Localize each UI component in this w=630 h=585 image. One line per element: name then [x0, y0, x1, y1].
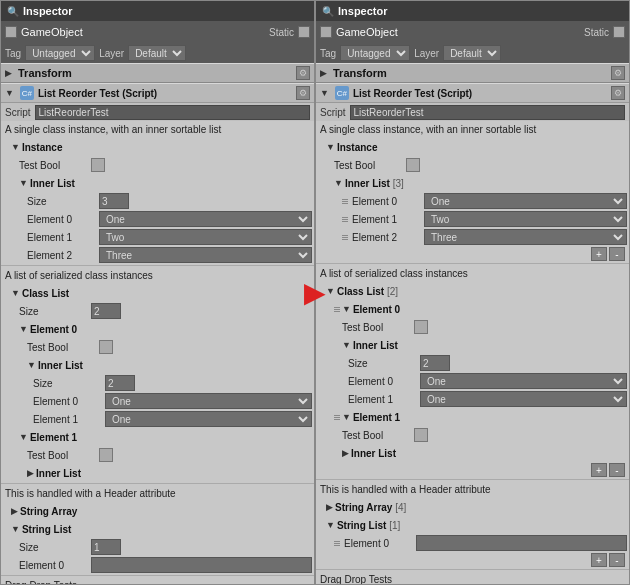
right-tag-label: Tag: [320, 48, 336, 59]
right-layer-dropdown[interactable]: Default: [443, 45, 501, 61]
right-script-row: Script ListReorderTest: [316, 103, 629, 121]
left-class0-innerlist-foldout[interactable]: ▼ Inner List: [25, 356, 314, 374]
left-class0-testbool-label: Test Bool: [27, 342, 97, 353]
left-layer-dropdown[interactable]: Default: [128, 45, 186, 61]
left-stringlist-foldout[interactable]: ▼ String List: [9, 520, 314, 538]
right-transform-header: ▶ Transform ⚙: [316, 63, 629, 83]
right-classelement1-foldout[interactable]: ▼ Element 1: [332, 408, 629, 426]
left-component-gear[interactable]: ⚙: [296, 86, 310, 100]
right-go-name: GameObject: [336, 26, 580, 38]
right-classlist-info: A list of serialized class instances: [316, 265, 629, 282]
left-tag-dropdown[interactable]: Untagged: [25, 45, 95, 61]
left-classlist-size-row: Size: [17, 302, 314, 320]
left-class0-inner-e0-input[interactable]: One: [105, 393, 312, 409]
left-inner-elem1-input[interactable]: Two: [99, 229, 312, 245]
right-class0-inner-e1-input[interactable]: One: [420, 391, 627, 407]
right-component-gear[interactable]: ⚙: [611, 86, 625, 100]
left-static-checkbox[interactable]: [298, 26, 310, 38]
right-stringarray-foldout[interactable]: ▶ String Array [4]: [324, 498, 629, 516]
left-component-arrow[interactable]: ▼: [5, 88, 14, 98]
left-inner-elem0-input[interactable]: One: [99, 211, 312, 227]
right-class0-innerlist-label: Inner List: [353, 340, 398, 351]
right-inner-elem1-row: Element 1 Two: [340, 210, 629, 228]
right-transform-arrow[interactable]: ▶: [320, 68, 327, 78]
right-class0-innersize-row: Size: [316, 354, 629, 372]
right-innerlist-remove-btn[interactable]: -: [609, 247, 625, 261]
right-inner-elem0-input[interactable]: One: [424, 193, 627, 209]
right-classlist-add-btn[interactable]: +: [591, 463, 607, 477]
right-class1-innerlist-foldout[interactable]: ▶ Inner List: [340, 444, 629, 462]
right-classelement0-foldout[interactable]: ▼ Element 0: [332, 300, 629, 318]
right-inner-elem2-label: Element 2: [352, 232, 422, 243]
right-stringlist-label: String List [1]: [337, 520, 400, 531]
right-go-checkbox[interactable]: [320, 26, 332, 38]
right-class1-testbool-cb[interactable]: [414, 428, 428, 442]
right-class0-inner-e1-label: Element 1: [348, 394, 418, 405]
inspector-icon: 🔍: [7, 6, 19, 17]
right-class0-innerlist-foldout[interactable]: ▼ Inner List: [340, 336, 629, 354]
left-innerlist-label: Inner List: [30, 178, 75, 189]
left-class1-innerlist-foldout[interactable]: ▶ Inner List: [25, 464, 314, 482]
left-classelement0-foldout[interactable]: ▼ Element 0: [17, 320, 314, 338]
right-class0-innersize-label: Size: [348, 358, 418, 369]
right-inner-e2-handle[interactable]: [342, 235, 348, 240]
right-inner-e0-handle[interactable]: [342, 199, 348, 204]
left-inner-elem0-row: Element 0 One: [25, 210, 314, 228]
left-innerlist-foldout[interactable]: ▼ Inner List: [17, 174, 314, 192]
right-stringlist-remove-btn[interactable]: -: [609, 553, 625, 567]
left-class0-innersize-input[interactable]: [105, 375, 135, 391]
left-stringlist-size-input[interactable]: [91, 539, 121, 555]
right-stringlist-foldout[interactable]: ▼ String List [1]: [324, 516, 629, 534]
left-classlist-foldout[interactable]: ▼ Class List: [9, 284, 314, 302]
right-testbool-checkbox[interactable]: [406, 158, 420, 172]
left-inner-elem1-row: Element 1 Two: [25, 228, 314, 246]
right-classlist-foldout[interactable]: ▼ Class List [2]: [324, 282, 629, 300]
left-stringlist-e0-input[interactable]: [91, 557, 312, 573]
left-classlist-size-input[interactable]: [91, 303, 121, 319]
left-panel: 🔍 Inspector GameObject Static Tag Untagg…: [0, 0, 315, 585]
right-stringlist-add-btn[interactable]: +: [591, 553, 607, 567]
right-innerlist-arrow: ▼: [334, 178, 343, 188]
left-inner-elem2-input[interactable]: Three: [99, 247, 312, 263]
right-transform-gear[interactable]: ⚙: [611, 66, 625, 80]
right-tag-dropdown[interactable]: Untagged: [340, 45, 410, 61]
left-class0-testbool-cb[interactable]: [99, 340, 113, 354]
right-innerlist-add-btn[interactable]: +: [591, 247, 607, 261]
left-stringarray-foldout[interactable]: ▶ String Array: [9, 502, 314, 520]
right-class1-handle[interactable]: [334, 415, 340, 420]
left-dragdrop-info: Drag Drop Tests: [1, 577, 314, 584]
left-testbool-checkbox[interactable]: [91, 158, 105, 172]
right-stringlist-e0-input[interactable]: [416, 535, 627, 551]
right-inner-elem2-input[interactable]: Three: [424, 229, 627, 245]
left-go-checkbox[interactable]: [5, 26, 17, 38]
right-class0-testbool-cb[interactable]: [414, 320, 428, 334]
left-stringlist-label: String List: [22, 524, 71, 535]
right-innerlist-foldout[interactable]: ▼ Inner List [3]: [332, 174, 629, 192]
left-class1-innerlist-label: Inner List: [36, 468, 81, 479]
left-transform-gear[interactable]: ⚙: [296, 66, 310, 80]
right-class0-innersize-input[interactable]: [420, 355, 450, 371]
right-static-checkbox[interactable]: [613, 26, 625, 38]
left-transform-header: ▶ Transform ⚙: [1, 63, 314, 83]
right-classelement1-label: Element 1: [353, 412, 400, 423]
right-panel: 🔍 Inspector GameObject Static Tag Untagg…: [315, 0, 630, 585]
left-class0-inner-e1-input[interactable]: One: [105, 411, 312, 427]
right-component-arrow[interactable]: ▼: [320, 88, 329, 98]
right-stringlist-e0-handle[interactable]: [334, 541, 340, 546]
right-info-text: A single class instance, with an inner s…: [316, 121, 629, 138]
right-inner-elem1-input[interactable]: Two: [424, 211, 627, 227]
left-class1-testbool-cb[interactable]: [99, 448, 113, 462]
left-innerlist-size-input[interactable]: [99, 193, 129, 209]
right-classlist-remove-btn[interactable]: -: [609, 463, 625, 477]
right-class0-inner-e0-input[interactable]: One: [420, 373, 627, 389]
right-script-field[interactable]: ListReorderTest: [350, 105, 625, 120]
left-script-field[interactable]: ListReorderTest: [35, 105, 310, 120]
right-layer-label: Layer: [414, 48, 439, 59]
right-inner-e1-handle[interactable]: [342, 217, 348, 222]
left-classelement1-foldout[interactable]: ▼ Element 1: [17, 428, 314, 446]
left-instance-foldout[interactable]: ▼ Instance: [9, 138, 314, 156]
left-class0-testbool-row: Test Bool: [25, 338, 314, 356]
left-transform-arrow[interactable]: ▶: [5, 68, 12, 78]
right-instance-foldout[interactable]: ▼ Instance: [324, 138, 629, 156]
right-class0-handle[interactable]: [334, 307, 340, 312]
